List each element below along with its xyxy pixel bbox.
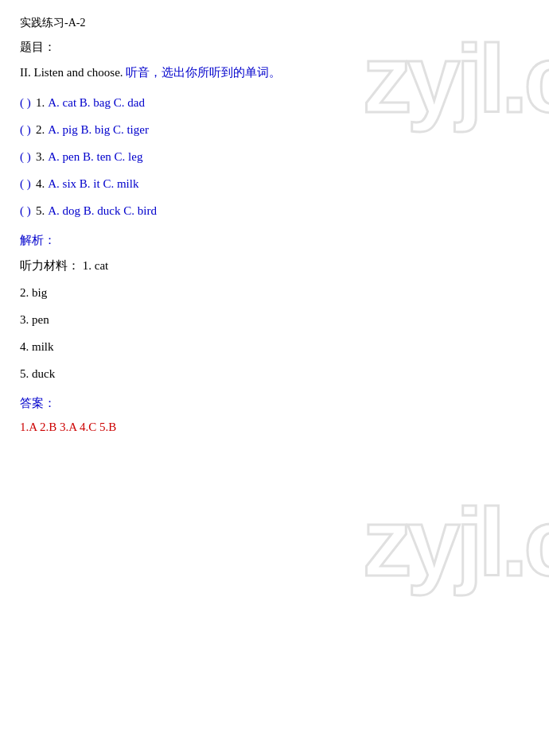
question-bracket: ( ) <box>20 174 34 193</box>
question-number: 4. <box>36 174 45 193</box>
material-item: 4. milk <box>20 337 529 356</box>
subject-label: 题目： <box>20 40 529 55</box>
question-options: A. pig B. big C. tiger <box>48 120 149 139</box>
instruction-chinese: 听音，选出你所听到的单词。 <box>126 66 281 79</box>
answer-label: 答案： <box>20 396 529 411</box>
question-item: ( ) 2. A. pig B. big C. tiger <box>20 120 529 139</box>
material-item: 5. duck <box>20 364 529 383</box>
answer-section: 答案： 1.A 2.B 3.A 4.C 5.B <box>20 396 529 436</box>
question-number: 2. <box>36 120 45 139</box>
question-bracket: ( ) <box>20 120 34 139</box>
material-item: 2. big <box>20 283 529 302</box>
question-item: ( ) 4. A. six B. it C. milk <box>20 174 529 193</box>
instruction-english: Listen and choose. <box>34 66 123 79</box>
question-bracket: ( ) <box>20 201 34 220</box>
question-item: ( ) 1. A. cat B. bag C. dad <box>20 93 529 112</box>
question-item: ( ) 3. A. pen B. ten C. leg <box>20 147 529 166</box>
watermark-bottom: zyjl.c <box>364 487 550 597</box>
analysis-label: 解析： <box>20 233 529 248</box>
answer-text: 1.A 2.B 3.A 4.C 5.B <box>20 417 529 436</box>
question-options: A. cat B. bag C. dad <box>48 93 145 112</box>
page-title: 实践练习-A-2 <box>20 16 529 30</box>
question-options: A. dog B. duck C. bird <box>48 201 157 220</box>
instruction-line: II. Listen and choose. 听音，选出你所听到的单词。 <box>20 63 529 82</box>
question-bracket: ( ) <box>20 93 34 112</box>
instruction-roman: II. <box>20 66 31 79</box>
question-number: 3. <box>36 147 45 166</box>
material-item: 听力材料： 1. cat <box>20 256 529 275</box>
materials-list: 听力材料： 1. cat2. big3. pen4. milk5. duck <box>20 256 529 383</box>
question-number: 1. <box>36 93 45 112</box>
material-item: 3. pen <box>20 310 529 329</box>
question-options: A. pen B. ten C. leg <box>48 147 142 166</box>
question-bracket: ( ) <box>20 147 34 166</box>
questions-list: ( ) 1. A. cat B. bag C. dad( ) 2. A. pig… <box>20 93 529 220</box>
question-item: ( ) 5. A. dog B. duck C. bird <box>20 201 529 220</box>
question-number: 5. <box>36 201 45 220</box>
question-options: A. six B. it C. milk <box>48 174 138 193</box>
